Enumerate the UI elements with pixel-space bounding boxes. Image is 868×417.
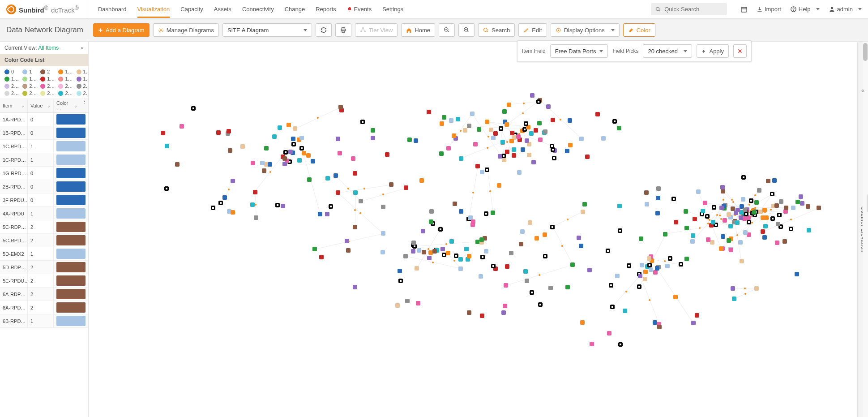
diagram-node[interactable] xyxy=(754,200,759,205)
diagram-node[interactable] xyxy=(800,201,804,206)
diagram-node[interactable] xyxy=(656,186,661,191)
diagram-node[interactable] xyxy=(351,156,355,161)
diagram-node[interactable] xyxy=(411,249,415,254)
diagram-node[interactable] xyxy=(283,150,288,155)
diagram-node[interactable] xyxy=(479,237,484,242)
table-row[interactable]: 5C-RDP…2 xyxy=(0,220,88,234)
diagram-node[interactable] xyxy=(691,321,696,325)
diagram-node[interactable] xyxy=(570,262,575,267)
diagram-node[interactable] xyxy=(359,199,363,203)
diagram-node[interactable] xyxy=(282,156,287,161)
diagram-node[interactable] xyxy=(705,214,710,219)
col-value[interactable]: Value⌄ xyxy=(28,99,54,112)
diagram-node[interactable] xyxy=(734,211,738,215)
diagram-node[interactable] xyxy=(353,225,357,229)
diagram-node[interactable] xyxy=(525,138,529,143)
diagram-node[interactable] xyxy=(484,211,488,216)
diagram-node[interactable] xyxy=(416,301,420,305)
col-color[interactable]: Color …⌄ xyxy=(54,99,80,112)
swatch[interactable]: 1… xyxy=(40,76,55,82)
swatch[interactable]: 2… xyxy=(4,90,19,96)
diagram-node[interactable] xyxy=(770,192,774,196)
diagram-node[interactable] xyxy=(440,121,444,126)
diagram-node[interactable] xyxy=(216,130,221,135)
swatch[interactable]: 2… xyxy=(58,83,73,89)
swatch[interactable]: 0 xyxy=(4,69,19,74)
diagram-node[interactable] xyxy=(739,215,743,220)
diagram-node[interactable] xyxy=(711,220,715,224)
diagram-node[interactable] xyxy=(346,248,351,253)
diagram-node[interactable] xyxy=(606,249,610,253)
diagram-node[interactable] xyxy=(719,206,724,210)
diagram-node[interactable] xyxy=(527,153,531,157)
diagram-node[interactable] xyxy=(761,229,765,234)
diagram-node[interactable] xyxy=(505,150,509,154)
table-row[interactable]: 5D-EMX21 xyxy=(0,247,88,261)
diagram-node[interactable] xyxy=(470,112,475,116)
diagram-node[interactable] xyxy=(776,222,780,226)
diagram-node[interactable] xyxy=(231,179,235,183)
diagram-node[interactable] xyxy=(505,264,509,269)
diagram-node[interactable] xyxy=(403,254,408,258)
diagram-node[interactable] xyxy=(536,99,541,104)
diagram-node[interactable] xyxy=(732,297,736,301)
current-view-link[interactable]: All Items xyxy=(38,45,59,51)
diagram-node[interactable] xyxy=(389,182,393,187)
diagram-node[interactable] xyxy=(459,209,463,214)
swatch[interactable]: 1… xyxy=(77,69,89,74)
diagram-node[interactable] xyxy=(534,128,538,133)
diagram-node[interactable] xyxy=(727,238,731,243)
diagram-node[interactable] xyxy=(491,211,495,215)
diagram-node[interactable] xyxy=(640,263,644,267)
diagram-node[interactable] xyxy=(272,134,277,139)
diagram-node[interactable] xyxy=(286,123,291,127)
diagram-node[interactable] xyxy=(521,147,525,152)
diagram-node[interactable] xyxy=(371,128,375,133)
diagram-node[interactable] xyxy=(306,153,311,158)
diagram-node[interactable] xyxy=(761,215,765,220)
diagram-node[interactable] xyxy=(590,342,594,346)
diagram-node[interactable] xyxy=(517,170,522,175)
diagram-node[interactable] xyxy=(288,150,293,154)
diagram-node[interactable] xyxy=(505,122,509,127)
diagram-node[interactable] xyxy=(731,286,735,291)
diagram-node[interactable] xyxy=(795,272,799,276)
diagram-node[interactable] xyxy=(757,188,761,193)
diagram-node[interactable] xyxy=(618,228,622,233)
diagram-node[interactable] xyxy=(782,239,787,244)
diagram-node[interactable] xyxy=(531,160,536,164)
diagram-node[interactable] xyxy=(338,151,342,155)
diagram-node[interactable] xyxy=(655,211,660,215)
diagram-node[interactable] xyxy=(411,241,416,245)
diagram-node[interactable] xyxy=(491,136,496,140)
diagram-node[interactable] xyxy=(480,314,484,318)
diagram-node[interactable] xyxy=(360,120,365,124)
diagram-node[interactable] xyxy=(415,266,419,271)
manage-diagrams-button[interactable]: Manage Diagrams xyxy=(153,23,219,37)
diagram-node[interactable] xyxy=(381,205,385,209)
diagram-node[interactable] xyxy=(485,168,489,172)
diagram-node[interactable] xyxy=(291,142,296,146)
diagram-node[interactable] xyxy=(623,309,627,313)
diagram-node[interactable] xyxy=(721,234,725,239)
diagram-node[interactable] xyxy=(228,148,232,153)
diagram-node[interactable] xyxy=(293,126,297,131)
diagram-node[interactable] xyxy=(175,162,180,167)
diagram-node[interactable] xyxy=(719,246,723,251)
diagram-node[interactable] xyxy=(164,186,169,191)
table-row[interactable]: 5D-RDP…2 xyxy=(0,261,88,274)
diagram-node[interactable] xyxy=(520,229,525,234)
swatch[interactable]: 1… xyxy=(58,76,73,82)
nav-assets[interactable]: Assets xyxy=(214,0,231,18)
diagram-node[interactable] xyxy=(419,178,424,183)
diagram-node[interactable] xyxy=(568,118,572,123)
color-button[interactable]: Color xyxy=(623,23,655,37)
diagram-node[interactable] xyxy=(639,236,643,241)
swatch[interactable]: 2… xyxy=(40,90,55,96)
diagram-node[interactable] xyxy=(585,155,590,159)
diagram-node[interactable] xyxy=(637,284,641,289)
diagram-node[interactable] xyxy=(721,189,725,193)
diagram-node[interactable] xyxy=(507,103,511,107)
diagram-node[interactable] xyxy=(609,283,613,288)
col-item[interactable]: Item⌄ xyxy=(0,99,28,112)
